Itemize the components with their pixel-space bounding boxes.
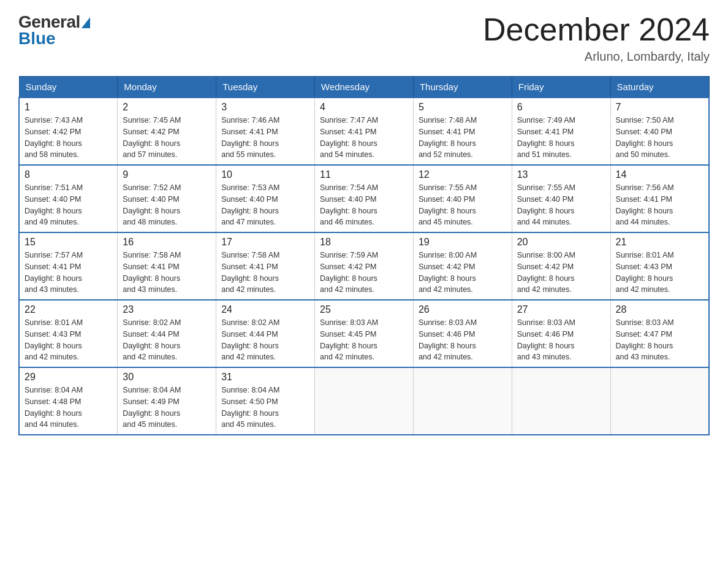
day-number: 25	[320, 304, 408, 315]
day-info: Sunrise: 7:48 AM Sunset: 4:41 PM Dayligh…	[419, 115, 507, 161]
page-header: General Blue December 2024 Arluno, Lomba…	[18, 12, 710, 64]
calendar-cell: 20 Sunrise: 8:00 AM Sunset: 4:42 PM Dayl…	[512, 232, 610, 300]
col-thursday: Thursday	[413, 77, 512, 98]
calendar-cell: 1 Sunrise: 7:43 AM Sunset: 4:42 PM Dayli…	[19, 98, 118, 165]
day-info: Sunrise: 7:58 AM Sunset: 4:41 PM Dayligh…	[123, 250, 211, 296]
day-number: 30	[123, 372, 211, 383]
calendar-table: Sunday Monday Tuesday Wednesday Thursday…	[18, 76, 710, 435]
day-number: 23	[123, 304, 211, 315]
week-row-2: 8 Sunrise: 7:51 AM Sunset: 4:40 PM Dayli…	[19, 165, 709, 232]
day-number: 9	[123, 169, 211, 180]
day-info: Sunrise: 8:00 AM Sunset: 4:42 PM Dayligh…	[419, 250, 507, 296]
day-info: Sunrise: 8:01 AM Sunset: 4:43 PM Dayligh…	[616, 250, 703, 296]
day-number: 11	[320, 169, 408, 180]
day-number: 2	[123, 102, 211, 113]
calendar-cell: 10 Sunrise: 7:53 AM Sunset: 4:40 PM Dayl…	[216, 165, 315, 232]
logo: General Blue	[18, 12, 90, 48]
day-info: Sunrise: 7:49 AM Sunset: 4:41 PM Dayligh…	[517, 115, 605, 161]
day-number: 7	[616, 102, 703, 113]
day-info: Sunrise: 7:55 AM Sunset: 4:40 PM Dayligh…	[419, 182, 507, 228]
day-number: 12	[419, 169, 507, 180]
day-info: Sunrise: 8:02 AM Sunset: 4:44 PM Dayligh…	[123, 317, 211, 363]
logo-blue-text: Blue	[18, 29, 56, 48]
col-tuesday: Tuesday	[216, 77, 315, 98]
col-wednesday: Wednesday	[315, 77, 414, 98]
day-info: Sunrise: 8:04 AM Sunset: 4:48 PM Dayligh…	[25, 385, 112, 431]
day-info: Sunrise: 7:46 AM Sunset: 4:41 PM Dayligh…	[221, 115, 309, 161]
week-row-3: 15 Sunrise: 7:57 AM Sunset: 4:41 PM Dayl…	[19, 232, 709, 300]
calendar-cell: 15 Sunrise: 7:57 AM Sunset: 4:41 PM Dayl…	[19, 232, 118, 300]
day-info: Sunrise: 8:04 AM Sunset: 4:49 PM Dayligh…	[123, 385, 211, 431]
calendar-cell: 2 Sunrise: 7:45 AM Sunset: 4:42 PM Dayli…	[118, 98, 216, 165]
day-number: 24	[221, 304, 309, 315]
logo-triangle-icon	[82, 17, 90, 28]
calendar-cell	[413, 367, 512, 435]
calendar-cell: 13 Sunrise: 7:55 AM Sunset: 4:40 PM Dayl…	[512, 165, 610, 232]
day-info: Sunrise: 8:03 AM Sunset: 4:46 PM Dayligh…	[517, 317, 605, 363]
day-info: Sunrise: 7:58 AM Sunset: 4:41 PM Dayligh…	[221, 250, 309, 296]
calendar-cell	[610, 367, 709, 435]
day-info: Sunrise: 7:56 AM Sunset: 4:41 PM Dayligh…	[616, 182, 703, 228]
calendar-cell: 3 Sunrise: 7:46 AM Sunset: 4:41 PM Dayli…	[216, 98, 315, 165]
day-number: 8	[25, 169, 112, 180]
calendar-header: Sunday Monday Tuesday Wednesday Thursday…	[19, 77, 709, 98]
day-number: 15	[25, 237, 112, 248]
calendar-cell: 28 Sunrise: 8:03 AM Sunset: 4:47 PM Dayl…	[610, 300, 709, 367]
calendar-cell: 11 Sunrise: 7:54 AM Sunset: 4:40 PM Dayl…	[315, 165, 414, 232]
col-saturday: Saturday	[610, 77, 709, 98]
day-number: 16	[123, 237, 211, 248]
calendar-cell	[315, 367, 414, 435]
col-friday: Friday	[512, 77, 610, 98]
header-row: Sunday Monday Tuesday Wednesday Thursday…	[19, 77, 709, 98]
day-number: 6	[517, 102, 605, 113]
day-number: 29	[25, 372, 112, 383]
calendar-cell	[512, 367, 610, 435]
day-number: 26	[419, 304, 507, 315]
day-number: 14	[616, 169, 703, 180]
day-info: Sunrise: 7:57 AM Sunset: 4:41 PM Dayligh…	[25, 250, 112, 296]
calendar-cell: 27 Sunrise: 8:03 AM Sunset: 4:46 PM Dayl…	[512, 300, 610, 367]
month-title: December 2024	[483, 12, 710, 47]
day-info: Sunrise: 7:53 AM Sunset: 4:40 PM Dayligh…	[221, 182, 309, 228]
col-sunday: Sunday	[19, 77, 118, 98]
calendar-cell: 24 Sunrise: 8:02 AM Sunset: 4:44 PM Dayl…	[216, 300, 315, 367]
calendar-cell: 25 Sunrise: 8:03 AM Sunset: 4:45 PM Dayl…	[315, 300, 414, 367]
day-info: Sunrise: 7:43 AM Sunset: 4:42 PM Dayligh…	[25, 115, 112, 161]
calendar-cell: 23 Sunrise: 8:02 AM Sunset: 4:44 PM Dayl…	[118, 300, 216, 367]
day-info: Sunrise: 7:52 AM Sunset: 4:40 PM Dayligh…	[123, 182, 211, 228]
calendar-cell: 12 Sunrise: 7:55 AM Sunset: 4:40 PM Dayl…	[413, 165, 512, 232]
day-info: Sunrise: 7:51 AM Sunset: 4:40 PM Dayligh…	[25, 182, 112, 228]
day-info: Sunrise: 8:00 AM Sunset: 4:42 PM Dayligh…	[517, 250, 605, 296]
day-info: Sunrise: 7:50 AM Sunset: 4:40 PM Dayligh…	[616, 115, 703, 161]
calendar-cell: 7 Sunrise: 7:50 AM Sunset: 4:40 PM Dayli…	[610, 98, 709, 165]
week-row-5: 29 Sunrise: 8:04 AM Sunset: 4:48 PM Dayl…	[19, 367, 709, 435]
week-row-4: 22 Sunrise: 8:01 AM Sunset: 4:43 PM Dayl…	[19, 300, 709, 367]
day-info: Sunrise: 7:45 AM Sunset: 4:42 PM Dayligh…	[123, 115, 211, 161]
calendar-cell: 19 Sunrise: 8:00 AM Sunset: 4:42 PM Dayl…	[413, 232, 512, 300]
calendar-cell: 18 Sunrise: 7:59 AM Sunset: 4:42 PM Dayl…	[315, 232, 414, 300]
calendar-cell: 31 Sunrise: 8:04 AM Sunset: 4:50 PM Dayl…	[216, 367, 315, 435]
calendar-body: 1 Sunrise: 7:43 AM Sunset: 4:42 PM Dayli…	[19, 98, 709, 435]
week-row-1: 1 Sunrise: 7:43 AM Sunset: 4:42 PM Dayli…	[19, 98, 709, 165]
calendar-cell: 30 Sunrise: 8:04 AM Sunset: 4:49 PM Dayl…	[118, 367, 216, 435]
day-number: 22	[25, 304, 112, 315]
day-info: Sunrise: 8:01 AM Sunset: 4:43 PM Dayligh…	[25, 317, 112, 363]
day-number: 19	[419, 237, 507, 248]
calendar-cell: 8 Sunrise: 7:51 AM Sunset: 4:40 PM Dayli…	[19, 165, 118, 232]
day-number: 3	[221, 102, 309, 113]
location-text: Arluno, Lombardy, Italy	[483, 50, 710, 64]
day-info: Sunrise: 8:03 AM Sunset: 4:45 PM Dayligh…	[320, 317, 408, 363]
day-info: Sunrise: 7:54 AM Sunset: 4:40 PM Dayligh…	[320, 182, 408, 228]
day-info: Sunrise: 8:03 AM Sunset: 4:46 PM Dayligh…	[419, 317, 507, 363]
day-number: 28	[616, 304, 703, 315]
day-number: 13	[517, 169, 605, 180]
day-number: 5	[419, 102, 507, 113]
day-number: 21	[616, 237, 703, 248]
day-number: 17	[221, 237, 309, 248]
calendar-cell: 4 Sunrise: 7:47 AM Sunset: 4:41 PM Dayli…	[315, 98, 414, 165]
calendar-cell: 5 Sunrise: 7:48 AM Sunset: 4:41 PM Dayli…	[413, 98, 512, 165]
day-info: Sunrise: 8:02 AM Sunset: 4:44 PM Dayligh…	[221, 317, 309, 363]
day-info: Sunrise: 7:59 AM Sunset: 4:42 PM Dayligh…	[320, 250, 408, 296]
day-number: 4	[320, 102, 408, 113]
col-monday: Monday	[118, 77, 216, 98]
